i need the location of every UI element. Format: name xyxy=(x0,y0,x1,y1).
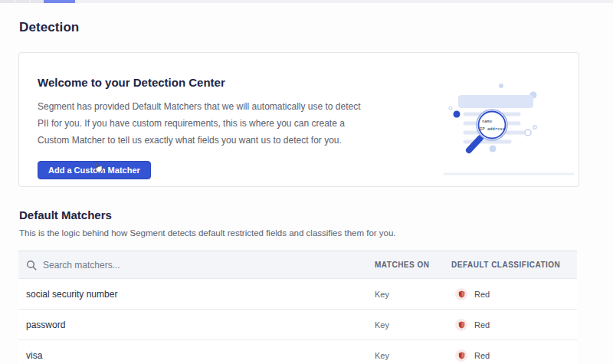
column-header-matches-on: MATCHES ON xyxy=(375,261,451,269)
red-shield-icon xyxy=(455,288,467,300)
matcher-matches-on: Key xyxy=(375,320,451,330)
search-icon xyxy=(26,260,37,271)
classification-label: Red xyxy=(474,290,490,299)
matcher-matches-on: Key xyxy=(375,290,451,299)
detection-page: Detection Welcome to your Detection Cent… xyxy=(0,0,613,364)
table-row[interactable]: social security number Key Red xyxy=(18,279,577,310)
page-title: Detection xyxy=(19,20,613,35)
lens-label-name: name xyxy=(482,119,492,123)
matcher-name: visa xyxy=(26,350,375,361)
matcher-search[interactable] xyxy=(26,260,375,271)
table-body: social security number Key Red password … xyxy=(18,279,577,364)
table-row[interactable]: visa Key Red xyxy=(18,340,577,364)
tab-fragment[interactable] xyxy=(15,0,29,3)
add-custom-matcher-button[interactable]: Add a Custom Matcher xyxy=(38,161,151,179)
classification-label: Red xyxy=(474,351,490,360)
welcome-body: Segment has provided Default Matchers th… xyxy=(38,98,369,149)
matcher-classification: Red xyxy=(451,349,577,362)
tab-fragment[interactable] xyxy=(0,0,14,3)
red-shield-icon xyxy=(455,319,467,331)
red-shield-icon xyxy=(455,349,467,362)
search-input[interactable] xyxy=(43,260,334,271)
tab-fragment[interactable] xyxy=(31,0,44,3)
classification-label: Red xyxy=(474,320,490,330)
table-row[interactable]: password Key Red xyxy=(18,310,577,340)
matcher-classification: Red xyxy=(451,288,577,300)
welcome-card: Welcome to your Detection Center Segment… xyxy=(18,52,579,187)
matcher-classification: Red xyxy=(451,319,577,331)
matcher-name: social security number xyxy=(26,289,375,300)
column-header-default-classification: DEFAULT CLASSIFICATION xyxy=(451,261,577,269)
default-matchers-description: This is the logic behind how Segment det… xyxy=(19,228,613,238)
matchers-table: MATCHES ON DEFAULT CLASSIFICATION social… xyxy=(18,251,577,364)
default-matchers-title: Default Matchers xyxy=(19,208,613,221)
tab-bar xyxy=(0,0,613,3)
matcher-name: password xyxy=(26,320,375,330)
matcher-matches-on: Key xyxy=(375,351,451,360)
detection-illustration-icon: name IP address xyxy=(433,64,579,179)
active-tab-underline xyxy=(44,0,75,3)
lens-label-ip-address: IP address xyxy=(480,126,505,131)
table-header-row: MATCHES ON DEFAULT CLASSIFICATION xyxy=(18,251,577,279)
